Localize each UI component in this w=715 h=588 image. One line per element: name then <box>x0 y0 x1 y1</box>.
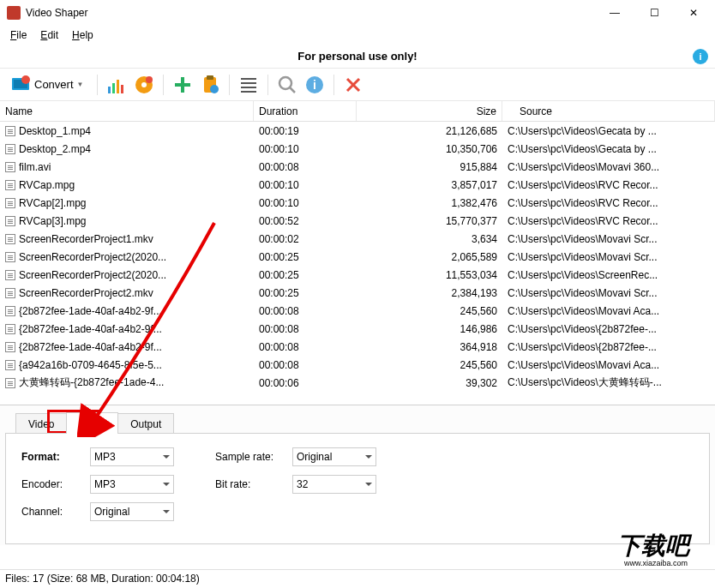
channel-select[interactable]: Original <box>90 502 174 521</box>
banner: For personal use only! i <box>0 45 715 69</box>
tab-output[interactable]: Output <box>117 413 174 435</box>
svg-rect-6 <box>121 85 123 93</box>
encoder-select[interactable]: MP3 <box>90 475 174 494</box>
file-source: C:\Users\pc\Videos\Movavi Aca... <box>502 305 715 317</box>
tab-video[interactable]: Video <box>15 413 67 435</box>
file-source: C:\Users\pc\Videos\Gecata by ... <box>502 125 715 137</box>
file-size: 39,302 <box>357 377 502 389</box>
table-row[interactable]: ScreenRecorderProject1.mkv00:00:023,634C… <box>0 230 715 248</box>
table-row[interactable]: RVCap.mpg00:00:103,857,017C:\Users\pc\Vi… <box>0 176 715 194</box>
column-duration[interactable]: Duration <box>254 101 357 121</box>
table-row[interactable]: film.avi00:00:08915,884C:\Users\pc\Video… <box>0 158 715 176</box>
table-row[interactable]: ScreenRecorderProject2.mkv00:00:252,384,… <box>0 284 715 302</box>
list-icon[interactable] <box>238 75 259 95</box>
file-size: 245,560 <box>357 359 502 371</box>
encoder-label: Encoder: <box>21 478 81 490</box>
table-row[interactable]: {a942a16b-0709-4645-8f5e-5...00:00:08245… <box>0 356 715 374</box>
tabs-area: Video Audio Output Format: MP3 Sample ra… <box>0 405 715 545</box>
info-icon[interactable]: i <box>693 49 708 64</box>
file-size: 1,382,476 <box>357 197 502 209</box>
table-row[interactable]: RVCap[3].mpg00:00:5215,770,377C:\Users\p… <box>0 212 715 230</box>
equalizer-icon[interactable] <box>106 75 127 95</box>
convert-button[interactable]: Convert ▼ <box>5 73 88 97</box>
bitrate-select[interactable]: 32 <box>292 475 376 494</box>
table-row[interactable]: {2b872fee-1ade-40af-a4b2-9f...00:00:0814… <box>0 320 715 338</box>
burn-disc-icon[interactable] <box>134 75 154 95</box>
file-duration: 00:00:08 <box>254 161 357 173</box>
file-icon <box>5 198 15 208</box>
format-select[interactable]: MP3 <box>90 447 174 466</box>
file-icon <box>5 270 15 280</box>
channel-label: Channel: <box>21 506 81 518</box>
file-size: 11,553,034 <box>357 269 502 281</box>
minimize-button[interactable]: — <box>595 0 634 26</box>
file-name: RVCap[2].mpg <box>19 197 87 209</box>
add-icon[interactable] <box>172 75 193 95</box>
file-name: Desktop_2.mp4 <box>19 143 91 155</box>
table-row[interactable]: {2b872fee-1ade-40af-a4b2-9f...00:00:0824… <box>0 302 715 320</box>
column-size[interactable]: Size <box>357 101 502 121</box>
menubar: File Edit Help <box>0 26 715 45</box>
menu-help[interactable]: Help <box>65 27 100 43</box>
paste-icon[interactable] <box>200 75 220 95</box>
table-row[interactable]: 大黄蜂转码-{2b872fee-1ade-4...00:00:0639,302C… <box>0 374 715 392</box>
app-icon <box>7 6 21 20</box>
file-size: 2,384,193 <box>357 287 502 299</box>
search-icon[interactable] <box>277 75 297 95</box>
table-row[interactable]: ScreenRecorderProject2(2020...00:00:2511… <box>0 266 715 284</box>
file-source: C:\Users\pc\Videos\Gecata by ... <box>502 143 715 155</box>
file-source: C:\Users\pc\Videos\RVC Recor... <box>502 215 715 227</box>
info-icon-toolbar[interactable]: i <box>304 75 325 95</box>
file-size: 10,350,706 <box>357 143 502 155</box>
file-duration: 00:00:08 <box>254 305 357 317</box>
file-source: C:\Users\pc\Videos\Movavi Aca... <box>502 359 715 371</box>
file-list[interactable]: Desktop_1.mp400:00:1921,126,685C:\Users\… <box>0 122 715 405</box>
table-row[interactable]: {2b872fee-1ade-40af-a4b2-9f...00:00:0836… <box>0 338 715 356</box>
table-row[interactable]: Desktop_2.mp400:00:1010,350,706C:\Users\… <box>0 140 715 158</box>
file-source: C:\Users\pc\Videos\RVC Recor... <box>502 179 715 191</box>
banner-text: For personal use only! <box>297 50 417 63</box>
samplerate-select[interactable]: Original <box>292 447 376 466</box>
file-icon <box>5 288 15 298</box>
file-source: C:\Users\pc\Videos\Movavi Scr... <box>502 251 715 263</box>
file-duration: 00:00:06 <box>254 377 357 389</box>
file-name: ScreenRecorderProject1.mkv <box>19 233 153 245</box>
file-source: C:\Users\pc\Videos\{2b872fee-... <box>502 323 715 335</box>
file-icon <box>5 342 15 352</box>
convert-icon <box>10 75 31 95</box>
file-icon <box>5 234 15 244</box>
file-icon <box>5 144 15 154</box>
delete-icon[interactable] <box>343 75 364 95</box>
maximize-button[interactable]: ☐ <box>634 0 674 26</box>
file-source: C:\Users\pc\Videos\大黄蜂转码-... <box>502 375 715 390</box>
file-icon <box>5 324 15 334</box>
table-row[interactable]: RVCap[2].mpg00:00:101,382,476C:\Users\pc… <box>0 194 715 212</box>
file-name: {2b872fee-1ade-40af-a4b2-9f... <box>19 305 162 317</box>
table-row[interactable]: ScreenRecorderProject2(2020...00:00:252,… <box>0 248 715 266</box>
menu-file[interactable]: File <box>3 27 33 43</box>
menu-edit[interactable]: Edit <box>33 27 65 43</box>
watermark: 下载吧www.xiazaiba.com <box>609 528 712 571</box>
file-duration: 00:00:52 <box>254 215 357 227</box>
file-duration: 00:00:19 <box>254 125 357 137</box>
close-button[interactable]: ✕ <box>674 0 713 26</box>
svg-rect-18 <box>241 91 256 93</box>
svg-point-2 <box>21 75 30 84</box>
column-name[interactable]: Name <box>0 101 254 121</box>
column-source[interactable]: Source <box>502 101 715 121</box>
file-size: 245,560 <box>357 305 502 317</box>
file-source: C:\Users\pc\Videos\ScreenRec... <box>502 269 715 281</box>
svg-text:www.xiazaiba.com: www.xiazaiba.com <box>623 559 688 567</box>
file-name: ScreenRecorderProject2(2020... <box>19 251 166 263</box>
tab-audio[interactable]: Audio <box>66 412 118 434</box>
file-name: film.avi <box>19 161 51 173</box>
table-row[interactable]: Desktop_1.mp400:00:1921,126,685C:\Users\… <box>0 122 715 140</box>
file-name: {a942a16b-0709-4645-8f5e-5... <box>19 359 162 371</box>
file-duration: 00:00:10 <box>254 143 357 155</box>
file-name: ScreenRecorderProject2.mkv <box>19 287 153 299</box>
file-icon <box>5 126 15 136</box>
file-duration: 00:00:25 <box>254 269 357 281</box>
file-source: C:\Users\pc\Videos\Movavi Scr... <box>502 233 715 245</box>
file-icon <box>5 162 15 172</box>
file-icon <box>5 216 15 226</box>
